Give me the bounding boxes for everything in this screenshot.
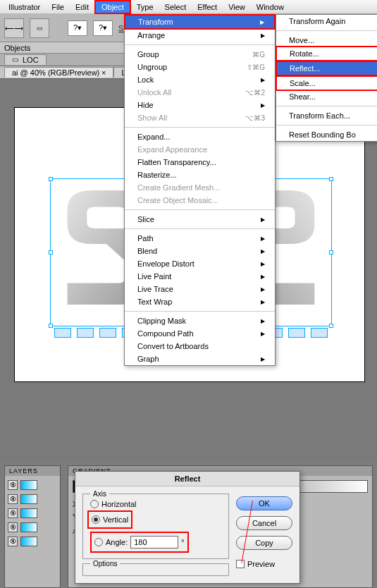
layers-panel: LAYERS ⦿⦿⦿⦿⦿ <box>4 465 61 588</box>
reflect-dialog: Reflect Axis Horizontal Vertical Angle: … <box>75 471 300 584</box>
menu-item[interactable]: Rotate... <box>277 47 377 60</box>
layer-swatch <box>20 508 37 518</box>
menu-item[interactable]: Ungroup⇧⌘G <box>125 61 275 73</box>
menu-type[interactable]: Type <box>131 1 159 13</box>
menu-item[interactable]: Reset Bounding Bo <box>276 128 377 141</box>
menu-item[interactable]: Expand... <box>125 130 275 143</box>
layer-row[interactable]: ⦿ <box>8 479 57 491</box>
doc-zoom-tab[interactable]: ai @ 40% (RGB/Preview) × <box>4 67 113 78</box>
menu-item[interactable]: Convert to Artboards <box>125 340 275 353</box>
transform-handle[interactable] <box>288 328 305 338</box>
toolbar-icon-1[interactable]: ⟵⟶ <box>4 18 24 38</box>
menu-window[interactable]: Window <box>251 1 290 13</box>
menu-item[interactable]: Slice <box>125 213 275 226</box>
axis-legend: Axis <box>90 490 109 498</box>
toolbar-dd-1[interactable]: ?▾ <box>68 20 87 36</box>
visibility-eye-icon[interactable]: ⦿ <box>8 522 18 532</box>
menu-effect[interactable]: Effect <box>192 1 223 13</box>
menu-item[interactable]: Clipping Mask <box>125 314 275 327</box>
menu-item[interactable]: Live Paint <box>125 270 275 283</box>
menu-item[interactable]: Transform Each... <box>276 109 377 122</box>
menu-view[interactable]: View <box>223 1 251 13</box>
options-legend: Options <box>90 560 120 568</box>
preview-checkbox[interactable]: Preview <box>236 560 292 568</box>
menu-item[interactable]: Compound Path <box>125 327 275 340</box>
visibility-eye-icon[interactable]: ⦿ <box>8 537 18 546</box>
layers-panel-title: LAYERS <box>5 466 60 476</box>
transform-handle[interactable] <box>311 328 328 338</box>
menu-item[interactable]: Expand Appearance <box>125 143 275 156</box>
menu-illustrator[interactable]: Illustrator <box>3 1 46 13</box>
menu-item[interactable]: Move... <box>276 34 377 47</box>
menu-item[interactable]: Hide <box>125 99 275 111</box>
menu-edit[interactable]: Edit <box>70 1 94 13</box>
menu-item[interactable]: Envelope Distort <box>125 257 275 270</box>
layer-row[interactable]: ⦿ <box>8 521 57 534</box>
menu-item[interactable]: Scale... <box>277 77 377 90</box>
visibility-eye-icon[interactable]: ⦿ <box>8 494 18 504</box>
layer-swatch <box>20 522 37 532</box>
menu-item[interactable]: Live Trace <box>125 283 275 295</box>
radio-vertical[interactable]: Vertical <box>92 515 128 524</box>
layer-swatch <box>20 494 37 504</box>
menu-item[interactable]: Blend <box>125 245 275 257</box>
dialog-title: Reflect <box>75 472 299 486</box>
menu-item[interactable]: Transform <box>125 16 274 28</box>
menu-item[interactable]: Transform Again <box>276 15 377 27</box>
menubar: Illustrator File Edit Object Type Select… <box>0 0 377 14</box>
object-menu: TransformArrangeGroup⌘GUngroup⇧⌘GLockUnl… <box>124 14 276 366</box>
menu-item[interactable]: Arrange <box>125 29 275 42</box>
menu-item[interactable]: Flatten Transparency... <box>125 156 275 169</box>
menu-select[interactable]: Select <box>159 1 192 13</box>
menu-item[interactable]: Shear... <box>276 90 377 103</box>
menu-item[interactable]: Text Wrap <box>125 295 275 308</box>
menu-item[interactable]: Path <box>125 232 275 245</box>
menu-item[interactable]: Graph <box>125 353 275 365</box>
menu-file[interactable]: File <box>46 1 70 13</box>
menu-item[interactable]: Group⌘G <box>125 48 275 61</box>
toolbar-dd-2[interactable]: ?▾ <box>93 20 113 36</box>
doc-tab-1[interactable]: ▭ LOC <box>4 54 47 65</box>
objects-label: Objects <box>4 44 30 52</box>
layer-row[interactable]: ⦿ <box>8 535 57 548</box>
visibility-eye-icon[interactable]: ⦿ <box>8 480 18 490</box>
angle-input[interactable]: 180 <box>130 536 178 549</box>
toolbar-icon-2[interactable]: ▭ <box>30 18 49 38</box>
visibility-eye-icon[interactable]: ⦿ <box>8 508 18 518</box>
menu-item[interactable]: Reflect... <box>277 62 377 75</box>
layer-row[interactable]: ⦿ <box>8 493 57 506</box>
transform-handle[interactable] <box>77 328 94 338</box>
ok-button[interactable]: OK <box>236 496 292 510</box>
transform-handle[interactable] <box>99 328 116 338</box>
menu-item[interactable]: Rasterize... <box>125 169 275 181</box>
layer-swatch <box>20 537 37 546</box>
layer-row[interactable]: ⦿ <box>8 507 57 520</box>
layer-swatch <box>20 480 37 490</box>
transform-handle[interactable] <box>54 328 71 338</box>
menu-item[interactable]: Create Object Mosaic... <box>125 194 275 207</box>
menu-item[interactable]: Create Gradient Mesh... <box>125 181 275 194</box>
menu-item[interactable]: Unlock All⌥⌘2 <box>125 86 275 99</box>
cancel-button[interactable]: Cancel <box>236 516 292 530</box>
radio-angle[interactable] <box>94 538 103 546</box>
menu-item[interactable]: Show All⌥⌘3 <box>125 111 275 124</box>
transform-submenu: Transform AgainMove...Rotate...Reflect..… <box>276 14 377 142</box>
menu-object[interactable]: Object <box>94 0 131 14</box>
radio-horizontal[interactable]: Horizontal <box>90 500 221 508</box>
menu-item[interactable]: Lock <box>125 73 275 86</box>
